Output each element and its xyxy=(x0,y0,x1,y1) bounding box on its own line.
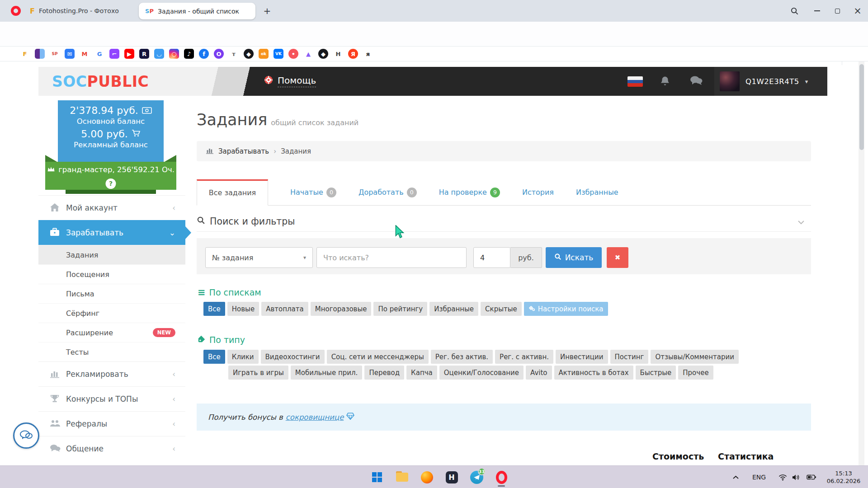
youtube-bookmark-icon[interactable]: ▶ xyxy=(124,49,134,59)
google-bookmark-icon[interactable]: G xyxy=(94,49,104,59)
twitch-bookmark-icon[interactable]: ⌐ xyxy=(109,49,119,59)
filter-chip[interactable]: Мобильные прил. xyxy=(291,366,363,380)
filter-chip[interactable]: Видеохостинги xyxy=(261,350,325,364)
file-explorer-icon[interactable] xyxy=(392,467,412,487)
ya-letter-bookmark-icon[interactable]: я xyxy=(363,49,373,59)
language-indicator[interactable]: ENG xyxy=(752,466,766,488)
filter-chip[interactable]: Активность в ботах xyxy=(554,366,633,380)
filter-chip[interactable]: Быстрые xyxy=(636,366,676,380)
red-dot-app-bookmark-icon[interactable]: • xyxy=(288,49,298,59)
mail-bookmark-icon[interactable]: ✉ xyxy=(65,49,75,59)
filter-chip[interactable]: Все xyxy=(203,350,225,364)
sidebar-subitem-visits[interactable]: Посещения xyxy=(38,264,185,284)
task-number-select[interactable]: № задания▾ xyxy=(205,247,313,268)
telegram-icon[interactable]: 33 xyxy=(467,467,486,487)
yandex-star-app-bookmark-icon[interactable]: ◆ xyxy=(244,49,254,59)
sidebar-item-advertise[interactable]: Рекламировать ‹ xyxy=(38,361,185,386)
instagram-bookmark-icon[interactable]: ○ xyxy=(169,49,179,59)
tiktok-bookmark-icon[interactable]: ♪ xyxy=(184,49,194,59)
user-menu[interactable]: Q1W2E3R4T5 ▾ xyxy=(714,67,827,96)
sidebar-subitem-letters[interactable]: Письма xyxy=(38,284,185,303)
price-input[interactable] xyxy=(473,247,510,268)
sidebar-item-chat[interactable]: Общение ‹ xyxy=(38,436,185,461)
browser-tab-active[interactable]: SP Задания - общий список xyxy=(139,3,255,19)
sidebar-subitem-surfing[interactable]: Сёрфинг xyxy=(38,303,185,323)
socpublic-bookmark-icon[interactable]: SP xyxy=(50,49,60,59)
filter-chip[interactable]: Новые xyxy=(227,302,259,316)
support-chat-button[interactable] xyxy=(13,422,39,449)
filter-chip[interactable]: Отзывы/Комментарии xyxy=(651,350,739,364)
search-button[interactable]: Искать xyxy=(546,247,602,268)
yandex-bookmark-icon[interactable]: Я xyxy=(348,49,358,59)
tab-history[interactable]: История xyxy=(522,188,554,197)
sidebar-item-contests[interactable]: Конкурсы и ТОПы ‹ xyxy=(38,386,185,411)
search-settings-chip[interactable]: Настройки поиска xyxy=(524,302,608,316)
filter-chip[interactable]: Капча xyxy=(406,366,437,380)
sidebar-item-referrals[interactable]: Рефералы ‹ xyxy=(38,411,185,436)
clear-search-button[interactable]: ✖ xyxy=(607,247,628,268)
new-tab-button[interactable]: + xyxy=(261,5,273,17)
browser-tab-inactive[interactable]: F Fotohosting.Pro - Фотохо xyxy=(24,0,131,22)
filter-chip[interactable]: Рег. с активн. xyxy=(495,350,553,364)
blue-app-bookmark-icon[interactable]: ◡ xyxy=(154,49,164,59)
start-button[interactable] xyxy=(367,467,387,487)
filter-chip[interactable]: Автоплата xyxy=(261,302,308,316)
filter-chip[interactable]: Перевод xyxy=(364,366,404,380)
battery-icon[interactable] xyxy=(807,466,816,488)
tab-favorites[interactable]: Избранные xyxy=(576,188,618,197)
filter-chip[interactable]: Прочее xyxy=(678,366,713,380)
messages-icon[interactable] xyxy=(689,75,703,87)
sidebar-subitem-tests[interactable]: Тесты xyxy=(38,342,185,361)
filter-chip[interactable]: По рейтингу xyxy=(373,302,427,316)
dzen-drop-bookmark-icon[interactable]: ▲ xyxy=(303,49,313,59)
page-scrollbar[interactable] xyxy=(859,61,864,465)
fotohosting-bookmark-icon[interactable]: F xyxy=(20,49,30,59)
n-letter-bookmark-icon[interactable]: Н xyxy=(333,49,343,59)
rutube-bookmark-icon[interactable]: R xyxy=(139,49,149,59)
collapse-chevron-icon[interactable] xyxy=(797,216,805,227)
tab-started[interactable]: Начатые0 xyxy=(290,188,336,197)
purple-ring-app-bookmark-icon[interactable]: O xyxy=(214,49,224,59)
opera-icon[interactable] xyxy=(491,467,511,487)
filter-chip[interactable]: Постинг xyxy=(610,350,649,364)
filter-chip[interactable]: Avito xyxy=(526,366,552,380)
two-tone-app-bookmark-icon[interactable] xyxy=(35,49,45,59)
site-logo[interactable]: SOCPUBLIC xyxy=(52,73,149,90)
opera-menu-icon[interactable] xyxy=(11,6,21,16)
firefox-icon[interactable] xyxy=(417,467,437,487)
filter-chip[interactable]: Играть в игры xyxy=(228,366,288,380)
tray-chevron-icon[interactable] xyxy=(732,466,739,488)
maximize-button[interactable] xyxy=(827,0,848,22)
rank-help-icon[interactable]: ? xyxy=(106,178,116,189)
volume-icon[interactable] xyxy=(792,466,800,488)
tab-all-tasks[interactable]: Все задания xyxy=(197,179,268,206)
filter-chip[interactable]: Клики xyxy=(227,350,259,364)
notifications-bell-icon[interactable] xyxy=(659,75,672,87)
scrollbar-thumb[interactable] xyxy=(859,64,864,150)
filter-chip[interactable]: Инвестиции xyxy=(556,350,608,364)
filter-chip[interactable]: Все xyxy=(203,302,225,316)
filter-chip[interactable]: Оценки/Голосование xyxy=(439,366,524,380)
filter-chip[interactable]: Соц. сети и мессенджеры xyxy=(327,350,429,364)
filter-chip[interactable]: Скрытые xyxy=(481,302,522,316)
sidebar-item-account[interactable]: Мой аккаунт ‹ xyxy=(38,195,185,220)
sidebar-item-earn[interactable]: Зарабатывать ⌄ xyxy=(38,220,185,245)
odnoklassniki-bookmark-icon[interactable]: ok xyxy=(259,49,269,59)
minimize-button[interactable] xyxy=(807,0,827,22)
tab-rework[interactable]: Доработать0 xyxy=(359,188,417,197)
h-app-icon[interactable]: H xyxy=(442,467,462,487)
treasury-link[interactable]: сокровищнице xyxy=(286,413,344,422)
gmail-bookmark-icon[interactable]: M xyxy=(80,49,90,59)
language-flag-icon[interactable] xyxy=(627,76,643,87)
wifi-icon[interactable] xyxy=(778,466,787,488)
tab-search-icon[interactable] xyxy=(784,0,805,22)
balance-box[interactable]: 2'378.94 руб. Основной баланс 5.00 руб. … xyxy=(58,100,164,162)
search-filters-header[interactable]: Поиск и фильтры xyxy=(197,211,811,232)
filter-chip[interactable]: Рег. без актив. xyxy=(431,350,493,364)
facebook-bookmark-icon[interactable]: f xyxy=(199,49,209,59)
breadcrumb-parent[interactable]: Зарабатывать xyxy=(218,147,269,155)
tab-review[interactable]: На проверке9 xyxy=(439,188,500,197)
close-button[interactable]: × xyxy=(847,0,868,22)
filter-chip[interactable]: Многоразовые xyxy=(311,302,372,316)
yandex-star-app-2-bookmark-icon[interactable]: ◆ xyxy=(318,49,328,59)
